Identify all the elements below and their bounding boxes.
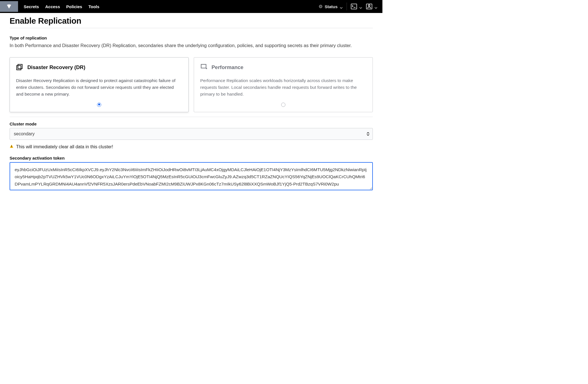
nav-right: Status bbox=[319, 3, 377, 10]
user-menu[interactable] bbox=[366, 4, 377, 9]
page-title: Enable Replication bbox=[10, 16, 373, 26]
radio-performance[interactable] bbox=[281, 103, 285, 107]
replication-type-cards: Disaster Recovery (DR) Disaster Recovery… bbox=[10, 57, 373, 112]
warning-triangle-icon bbox=[10, 144, 14, 149]
replication-performance-icon bbox=[200, 63, 208, 72]
svg-rect-4 bbox=[11, 145, 12, 147]
warning-text: This will immediately clear all data in … bbox=[16, 144, 113, 149]
cluster-mode-label: Cluster mode bbox=[10, 122, 373, 126]
top-navbar: Secrets Access Policies Tools Status bbox=[0, 0, 382, 13]
warning-message: This will immediately clear all data in … bbox=[10, 144, 373, 149]
card-dr-description: Disaster Recovery Replication is designe… bbox=[16, 77, 182, 98]
app-logo[interactable] bbox=[0, 1, 18, 12]
card-performance[interactable]: Performance Performance Replication scal… bbox=[194, 57, 373, 112]
terminal-icon bbox=[351, 4, 357, 9]
nav-link-tools[interactable]: Tools bbox=[88, 4, 99, 9]
type-of-replication-description: In both Performance and Disaster Recover… bbox=[10, 42, 373, 49]
title-divider bbox=[10, 28, 373, 28]
nav-links: Secrets Access Policies Tools bbox=[24, 4, 99, 9]
user-icon bbox=[366, 4, 372, 9]
radio-dr[interactable] bbox=[97, 103, 101, 107]
chevron-down-icon bbox=[340, 5, 343, 8]
svg-rect-3 bbox=[201, 64, 206, 68]
console-menu[interactable] bbox=[351, 4, 362, 9]
type-of-replication-label: Type of replication bbox=[10, 36, 373, 40]
main-content: Enable Replication Type of replication I… bbox=[0, 13, 382, 191]
nav-link-access[interactable]: Access bbox=[45, 4, 60, 9]
card-perf-description: Performance Replication scales workloads… bbox=[200, 77, 366, 98]
activation-token-label: Secondary activation token bbox=[10, 156, 373, 160]
activation-token-input[interactable] bbox=[10, 162, 373, 190]
status-indicator-icon bbox=[319, 5, 322, 8]
replication-dr-icon bbox=[16, 63, 23, 72]
svg-point-0 bbox=[368, 5, 370, 6]
status-menu[interactable]: Status bbox=[319, 4, 343, 9]
svg-rect-2 bbox=[18, 64, 22, 69]
chevron-down-icon bbox=[359, 5, 362, 8]
section-divider bbox=[10, 117, 373, 117]
svg-rect-5 bbox=[11, 147, 12, 147]
status-label: Status bbox=[325, 4, 338, 9]
divider bbox=[347, 3, 347, 10]
cluster-mode-select[interactable]: secondary bbox=[10, 128, 373, 140]
svg-rect-1 bbox=[17, 65, 21, 70]
nav-link-policies[interactable]: Policies bbox=[66, 4, 82, 9]
nav-link-secrets[interactable]: Secrets bbox=[24, 4, 39, 9]
card-dr-title: Disaster Recovery (DR) bbox=[27, 64, 85, 70]
chevron-down-icon bbox=[375, 5, 377, 8]
card-perf-title: Performance bbox=[212, 64, 243, 70]
card-disaster-recovery[interactable]: Disaster Recovery (DR) Disaster Recovery… bbox=[10, 57, 189, 112]
